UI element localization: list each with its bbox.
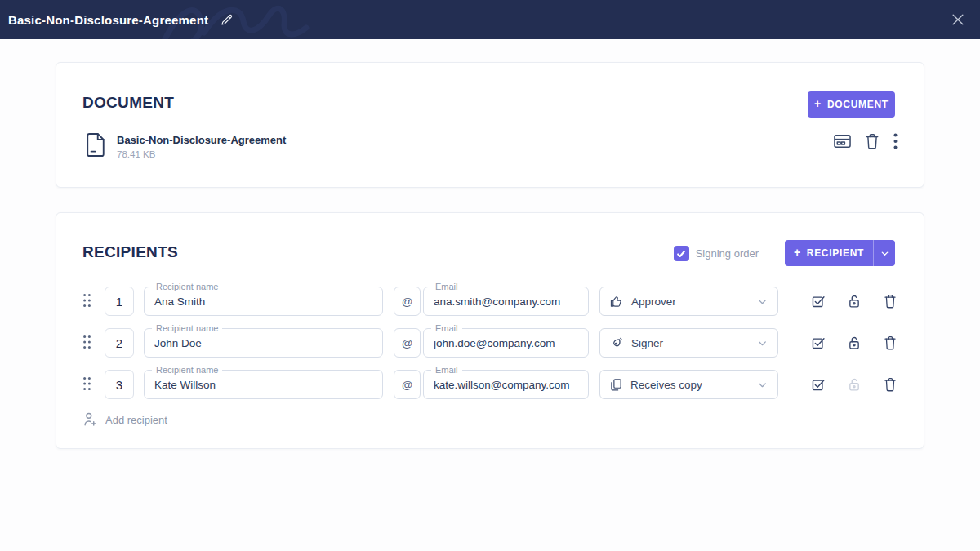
chevron-down-icon (757, 380, 768, 390)
file-document-icon (85, 132, 106, 158)
recipient-name-field: Recipient name (144, 328, 383, 358)
role-select[interactable]: Receives copy (599, 370, 778, 399)
at-sign-icon: @ (394, 370, 421, 399)
signing-order-number: 2 (105, 328, 134, 358)
order-number: 1 (116, 295, 122, 309)
recipient-email-field: Email (423, 370, 589, 399)
recipients-card: RECIPIENTS Signing order +RECIPIENT 1 Re… (56, 212, 924, 449)
modal-header: Basic-Non-Disclosure-Agreement (0, 0, 980, 39)
checkbox-check-icon[interactable] (811, 377, 826, 392)
recipient-name-field: Recipient name (144, 370, 383, 399)
trash-icon[interactable] (884, 377, 897, 392)
copy-icon (610, 378, 622, 392)
chevron-down-icon (757, 296, 768, 307)
file-name: Basic-Non-Disclosure-Agreement (117, 135, 286, 145)
thumbs-up-icon (610, 295, 623, 308)
add-user-icon (83, 412, 97, 427)
recipient-name-input[interactable] (145, 329, 382, 357)
document-card: DOCUMENT + DOCUMENT Basic-Non-Disclosure… (56, 62, 924, 188)
recipient-name-input[interactable] (145, 371, 382, 398)
recipient-email-field: Email (423, 328, 589, 358)
recipient-row: 2 Recipient name @ Email Signer (56, 328, 924, 358)
trash-icon[interactable] (865, 133, 880, 149)
lock-icon[interactable] (848, 294, 861, 309)
recipient-name-input[interactable] (145, 287, 382, 315)
kebab-menu-icon[interactable] (893, 133, 898, 149)
recipient-row: 3 Recipient name @ Email Receives copy (56, 370, 924, 399)
at-sign-icon: @ (394, 328, 421, 358)
lock-icon[interactable] (848, 377, 861, 392)
recipient-email-input[interactable] (424, 287, 588, 315)
chevron-down-icon (757, 338, 768, 349)
drag-handle-icon[interactable] (82, 293, 91, 308)
drag-handle-icon[interactable] (82, 335, 91, 349)
recipient-row: 1 Recipient name @ Email Approver (56, 287, 924, 316)
close-icon[interactable] (949, 11, 967, 29)
recipient-email-field: Email (423, 287, 589, 316)
signing-order-number: 3 (105, 370, 134, 399)
file-size: 78.41 KB (117, 149, 286, 159)
checkbox-check-icon[interactable] (811, 294, 826, 309)
recipient-email-input[interactable] (424, 329, 588, 357)
plus-icon: + (814, 97, 822, 110)
lock-icon[interactable] (848, 335, 861, 350)
file-actions (834, 133, 898, 149)
order-number: 2 (116, 336, 122, 350)
card-fields-icon[interactable] (834, 134, 851, 149)
add-recipient-link[interactable]: Add recipient (83, 412, 167, 427)
checkbox-check-icon[interactable] (811, 335, 826, 350)
file-row: Basic-Non-Disclosure-Agreement 78.41 KB (85, 131, 286, 159)
signing-order-number: 1 (105, 287, 134, 316)
drag-handle-icon[interactable] (82, 376, 91, 391)
recipient-email-input[interactable] (424, 371, 588, 398)
at-sign-icon: @ (394, 287, 421, 316)
role-value: Receives copy (630, 379, 757, 391)
file-info: Basic-Non-Disclosure-Agreement 78.41 KB (117, 131, 286, 159)
role-value: Approver (631, 295, 757, 308)
pen-icon (610, 336, 623, 349)
add-recipient-link-label: Add recipient (105, 414, 167, 426)
trash-icon[interactable] (884, 294, 897, 309)
role-value: Signer (631, 337, 757, 349)
add-document-label: DOCUMENT (827, 99, 889, 110)
role-select[interactable]: Approver (599, 287, 778, 316)
document-section-title: DOCUMENT (82, 94, 174, 112)
recipient-rows: 1 Recipient name @ Email Approver (56, 213, 924, 448)
document-title: Basic-Non-Disclosure-Agreement (8, 13, 208, 27)
trash-icon[interactable] (884, 335, 897, 350)
add-document-button[interactable]: + DOCUMENT (808, 91, 895, 118)
recipient-name-field: Recipient name (144, 287, 383, 316)
pencil-icon[interactable] (218, 11, 236, 29)
role-select[interactable]: Signer (599, 328, 778, 358)
order-number: 3 (116, 378, 122, 392)
